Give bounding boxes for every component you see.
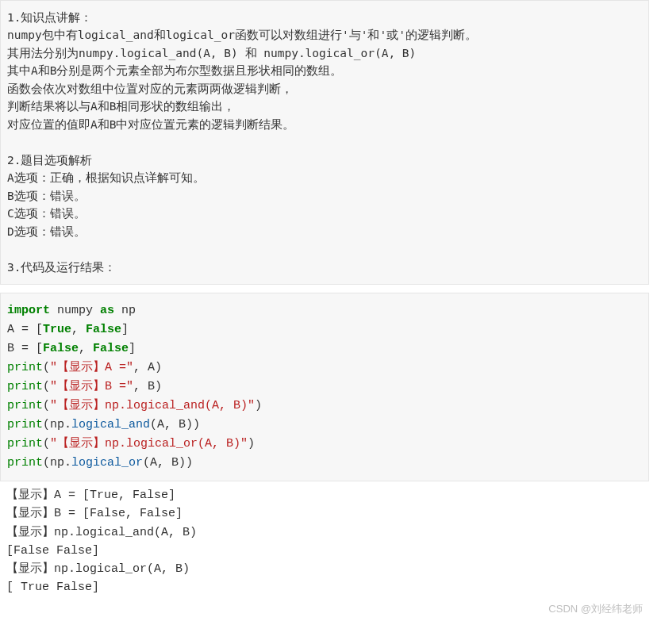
exp-l5: 判断结果将以与A和B相同形状的数组输出， <box>7 100 235 113</box>
print-4: print <box>7 418 43 431</box>
out-l2: 【显示】B = [False, False] <box>6 507 183 520</box>
out-l3: 【显示】np.logical_and(A, B) <box>6 526 197 539</box>
comma-b: , B) <box>133 380 162 393</box>
sep-2: , <box>79 342 93 355</box>
true-1: True <box>43 323 71 336</box>
str-and: "【显示】np.logical_and(A, B)" <box>50 399 255 412</box>
false-2: False <box>43 342 79 355</box>
rp-5: ) <box>248 437 255 450</box>
exp-optA: A选项：正确，根据知识点详解可知。 <box>7 171 205 184</box>
exp-h1: 1.知识点讲解： <box>7 11 92 24</box>
exp-optB: B选项：错误。 <box>7 190 86 202</box>
explanation-text: 1.知识点讲解： numpy包中有logical_and和logical_or函… <box>7 9 642 276</box>
mod-numpy: numpy <box>50 304 100 317</box>
exp-l1: numpy包中有logical_and和logical_or函数可以对数组进行'… <box>7 29 477 41</box>
exp-optC: C选项：错误。 <box>7 207 86 220</box>
sep-1: , <box>71 323 86 336</box>
exp-h2: 2.题目选项解析 <box>7 154 92 167</box>
out-l5: 【显示】np.logical_or(A, B) <box>6 562 190 576</box>
exp-l3: 其中A和B分别是两个元素全部为布尔型数据且形状相同的数组。 <box>7 64 342 77</box>
mod-np: np <box>114 304 136 317</box>
false-3: False <box>93 342 129 355</box>
lp-1: ( <box>43 361 50 374</box>
np-pre-1: (np. <box>43 418 71 431</box>
print-5: print <box>7 437 43 450</box>
exp-l4: 函数会依次对数组中位置对应的元素两两做逻辑判断， <box>7 82 293 95</box>
lp-2: ( <box>43 380 50 393</box>
a-pre: A = [ <box>7 323 43 336</box>
print-2: print <box>7 380 43 393</box>
comma-a: , A) <box>133 361 162 374</box>
out-l1: 【显示】A = [True, False] <box>6 489 175 502</box>
brk-1: ] <box>121 323 129 336</box>
call-1: (A, B)) <box>150 418 200 431</box>
exp-l6: 对应位置的值即A和B中对应位置元素的逻辑判断结果。 <box>7 118 294 131</box>
code-text: import numpy as np A = [True, False] B =… <box>7 301 642 473</box>
str-or: "【显示】np.logical_or(A, B)" <box>50 437 248 450</box>
kw-import: import <box>7 304 50 317</box>
exp-h3: 3.代码及运行结果： <box>7 261 116 274</box>
print-1: print <box>7 361 43 374</box>
output-text: 【显示】A = [True, False] 【显示】B = [False, Fa… <box>6 486 643 597</box>
output-block: 【显示】A = [True, False] 【显示】B = [False, Fa… <box>0 481 649 599</box>
exp-l2: 其用法分别为numpy.logical_and(A, B) 和 numpy.lo… <box>7 47 416 59</box>
watermark: CSDN @刘经纬老师 <box>0 599 649 623</box>
b-pre: B = [ <box>7 342 43 355</box>
kw-as: as <box>100 304 114 317</box>
rp-3: ) <box>255 399 262 412</box>
out-l4: [False False] <box>6 544 99 558</box>
logical-and: logical_and <box>71 418 150 431</box>
logical-or: logical_or <box>71 456 143 470</box>
lp-3: ( <box>43 399 50 412</box>
print-3: print <box>7 399 43 412</box>
false-1: False <box>86 323 121 336</box>
print-6: print <box>7 456 43 470</box>
call-2: (A, B)) <box>143 456 193 470</box>
lp-5: ( <box>43 437 50 450</box>
out-l6: [ True False] <box>6 581 99 594</box>
code-block: import numpy as np A = [True, False] B =… <box>0 293 649 481</box>
str-a: "【显示】A =" <box>50 361 133 374</box>
np-pre-2: (np. <box>43 456 71 470</box>
brk-2: ] <box>129 342 136 355</box>
str-b: "【显示】B =" <box>50 380 133 393</box>
explanation-block: 1.知识点讲解： numpy包中有logical_and和logical_or函… <box>0 0 649 285</box>
exp-optD: D选项：错误。 <box>7 225 86 238</box>
